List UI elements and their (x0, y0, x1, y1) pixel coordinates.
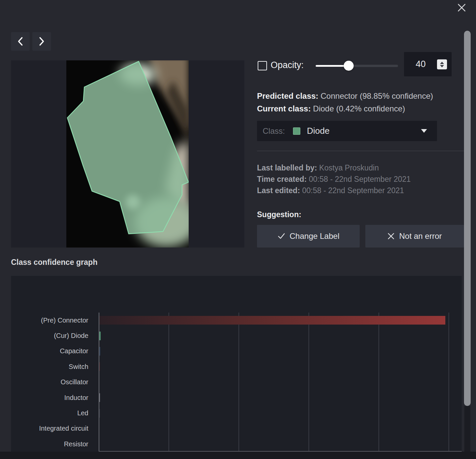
chart-category-label: Oscillator (11, 378, 88, 386)
current-class-label: Current class: (257, 104, 311, 113)
close-button[interactable] (456, 2, 467, 13)
chart-row: Oscillator (11, 375, 462, 390)
chart-row: Resistor (11, 436, 462, 452)
chart-row: (Pre) Connector (11, 313, 462, 328)
annotated-component-image[interactable] (66, 60, 189, 248)
confidence-bar-switch (99, 362, 100, 371)
number-stepper[interactable] (437, 59, 447, 69)
opacity-value: 40 (404, 52, 437, 76)
next-button[interactable] (32, 32, 51, 51)
last-labelled-label: Last labelled by: (257, 163, 317, 172)
chart-row: (Cur) Diode (11, 328, 462, 343)
vertical-scrollbar-track[interactable] (464, 406, 470, 452)
opacity-label: Opacity: (271, 60, 304, 70)
predicted-class-value: Connector (98.85% confidence) (321, 91, 433, 100)
chart-row: Inductor (11, 390, 462, 405)
chart-rows: (Pre) Connector (Cur) Diode Capacitor Sw… (11, 313, 462, 452)
chart-row: Led (11, 405, 462, 421)
chart-row: Integrated circuit (11, 421, 462, 436)
class-color-swatch (293, 127, 300, 135)
last-labelled-value: Kostya Proskudin (319, 163, 379, 172)
last-edited-value: 00:58 - 22nd September 2021 (302, 186, 404, 195)
time-created-value: 00:58 - 22nd September 2021 (309, 175, 411, 183)
close-icon (457, 3, 466, 12)
chevron-left-icon (17, 36, 24, 46)
section-divider (257, 151, 464, 151)
change-label-button[interactable]: Change Label (257, 225, 360, 248)
chart-row: Switch (11, 359, 462, 374)
confidence-bar-inductor (99, 393, 100, 402)
predicted-class-line: Predicted class: Connector (98.85% confi… (257, 91, 433, 101)
change-label-text: Change Label (290, 232, 339, 241)
opacity-slider[interactable] (316, 65, 398, 67)
previous-button[interactable] (11, 32, 30, 51)
suggestion-title: Suggestion: (257, 210, 301, 219)
cross-icon (387, 233, 395, 240)
stepper-down-icon[interactable] (440, 65, 444, 67)
not-an-error-text: Not an error (399, 232, 442, 241)
class-dropdown-value: Diode (307, 126, 330, 136)
chart-row: Capacitor (11, 344, 462, 359)
vertical-scrollbar-thumb[interactable] (464, 31, 471, 406)
class-dropdown[interactable]: Class: Diode (257, 121, 437, 141)
chart-category-label: Integrated circuit (11, 425, 88, 432)
class-dropdown-label: Class: (263, 126, 285, 136)
current-class-value: Diode (0.42% confidence) (313, 104, 405, 113)
opacity-checkbox[interactable] (258, 61, 267, 70)
chart-category-label: Resistor (11, 440, 88, 448)
chevron-right-icon (38, 36, 45, 46)
current-class-line: Current class: Diode (0.42% confidence) (257, 104, 405, 114)
confidence-bar-led (99, 409, 100, 418)
chevron-down-icon (421, 129, 427, 133)
chart-category-label: Led (11, 409, 88, 417)
confidence-bar-diode (99, 332, 101, 340)
opacity-number-input[interactable]: 40 (404, 52, 452, 76)
annotation-image-panel (11, 60, 244, 248)
predicted-class-label: Predicted class: (257, 91, 318, 100)
last-edited-line: Last edited: 00:58 - 22nd September 2021 (257, 186, 404, 195)
confidence-bar-connector (99, 316, 445, 325)
chart-category-label: (Cur) Diode (11, 332, 88, 340)
not-an-error-button[interactable]: Not an error (365, 225, 464, 248)
chart-category-label: Inductor (11, 394, 88, 402)
stepper-up-icon[interactable] (440, 62, 444, 64)
chart-category-label: Capacitor (11, 347, 88, 355)
time-created-line: Time created: 00:58 - 22nd September 202… (257, 174, 411, 184)
confidence-bar-capacitor (99, 347, 100, 356)
class-confidence-chart: (Pre) Connector (Cur) Diode Capacitor Sw… (11, 276, 462, 452)
chart-title: Class confidence graph (11, 258, 97, 267)
chart-category-label: Switch (11, 363, 88, 371)
chart-category-label: (Pre) Connector (11, 317, 88, 324)
last-edited-label: Last edited: (257, 186, 300, 195)
check-icon (277, 232, 285, 240)
opacity-slider-thumb[interactable] (344, 61, 354, 71)
time-created-label: Time created: (257, 175, 307, 183)
last-labelled-line: Last labelled by: Kostya Proskudin (257, 163, 379, 172)
bottom-edge (0, 452, 476, 459)
